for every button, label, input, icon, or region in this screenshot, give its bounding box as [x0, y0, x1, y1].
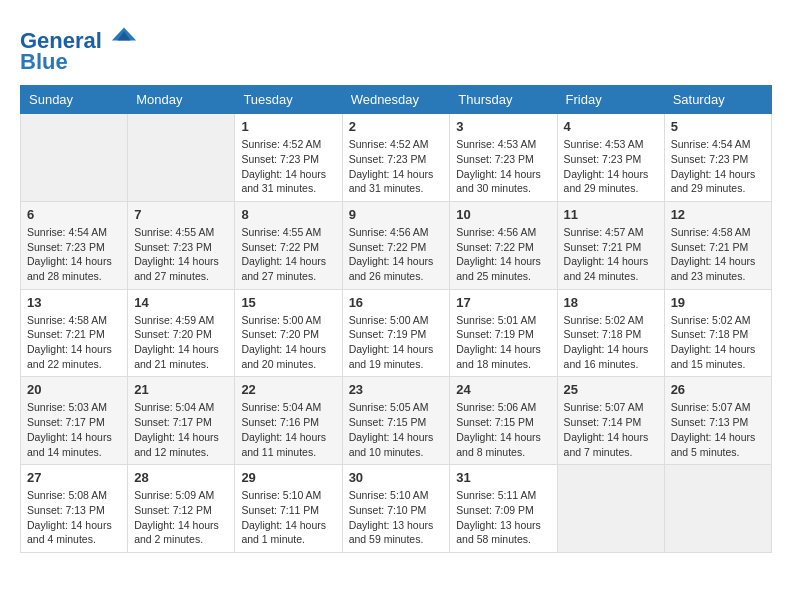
day-info: Sunrise: 5:04 AM Sunset: 7:17 PM Dayligh… [134, 400, 228, 459]
day-info: Sunrise: 4:55 AM Sunset: 7:22 PM Dayligh… [241, 225, 335, 284]
day-number: 7 [134, 207, 228, 222]
day-info: Sunrise: 4:54 AM Sunset: 7:23 PM Dayligh… [27, 225, 121, 284]
calendar-cell: 29Sunrise: 5:10 AM Sunset: 7:11 PM Dayli… [235, 465, 342, 553]
day-info: Sunrise: 4:52 AM Sunset: 7:23 PM Dayligh… [349, 137, 444, 196]
calendar-cell: 18Sunrise: 5:02 AM Sunset: 7:18 PM Dayli… [557, 289, 664, 377]
day-info: Sunrise: 5:00 AM Sunset: 7:20 PM Dayligh… [241, 313, 335, 372]
day-info: Sunrise: 4:53 AM Sunset: 7:23 PM Dayligh… [564, 137, 658, 196]
day-info: Sunrise: 4:59 AM Sunset: 7:20 PM Dayligh… [134, 313, 228, 372]
day-info: Sunrise: 5:07 AM Sunset: 7:13 PM Dayligh… [671, 400, 765, 459]
weekday-header-tuesday: Tuesday [235, 86, 342, 114]
day-info: Sunrise: 4:55 AM Sunset: 7:23 PM Dayligh… [134, 225, 228, 284]
day-info: Sunrise: 4:58 AM Sunset: 7:21 PM Dayligh… [671, 225, 765, 284]
day-number: 3 [456, 119, 550, 134]
calendar-cell [128, 114, 235, 202]
calendar-cell: 15Sunrise: 5:00 AM Sunset: 7:20 PM Dayli… [235, 289, 342, 377]
calendar-week-5: 27Sunrise: 5:08 AM Sunset: 7:13 PM Dayli… [21, 465, 772, 553]
calendar-cell: 3Sunrise: 4:53 AM Sunset: 7:23 PM Daylig… [450, 114, 557, 202]
day-number: 2 [349, 119, 444, 134]
day-number: 26 [671, 382, 765, 397]
calendar-week-1: 1Sunrise: 4:52 AM Sunset: 7:23 PM Daylig… [21, 114, 772, 202]
day-number: 16 [349, 295, 444, 310]
day-number: 9 [349, 207, 444, 222]
calendar-cell [664, 465, 771, 553]
calendar-cell: 25Sunrise: 5:07 AM Sunset: 7:14 PM Dayli… [557, 377, 664, 465]
day-number: 23 [349, 382, 444, 397]
calendar-cell: 28Sunrise: 5:09 AM Sunset: 7:12 PM Dayli… [128, 465, 235, 553]
day-info: Sunrise: 5:02 AM Sunset: 7:18 PM Dayligh… [671, 313, 765, 372]
day-number: 22 [241, 382, 335, 397]
calendar-cell [21, 114, 128, 202]
day-number: 12 [671, 207, 765, 222]
calendar-cell: 26Sunrise: 5:07 AM Sunset: 7:13 PM Dayli… [664, 377, 771, 465]
calendar-week-3: 13Sunrise: 4:58 AM Sunset: 7:21 PM Dayli… [21, 289, 772, 377]
calendar-cell: 14Sunrise: 4:59 AM Sunset: 7:20 PM Dayli… [128, 289, 235, 377]
calendar-cell: 8Sunrise: 4:55 AM Sunset: 7:22 PM Daylig… [235, 201, 342, 289]
calendar-cell: 9Sunrise: 4:56 AM Sunset: 7:22 PM Daylig… [342, 201, 450, 289]
calendar-cell: 21Sunrise: 5:04 AM Sunset: 7:17 PM Dayli… [128, 377, 235, 465]
day-number: 17 [456, 295, 550, 310]
day-number: 11 [564, 207, 658, 222]
day-number: 18 [564, 295, 658, 310]
calendar-body: 1Sunrise: 4:52 AM Sunset: 7:23 PM Daylig… [21, 114, 772, 553]
day-info: Sunrise: 5:00 AM Sunset: 7:19 PM Dayligh… [349, 313, 444, 372]
calendar-cell: 11Sunrise: 4:57 AM Sunset: 7:21 PM Dayli… [557, 201, 664, 289]
day-number: 25 [564, 382, 658, 397]
day-number: 31 [456, 470, 550, 485]
calendar-cell: 17Sunrise: 5:01 AM Sunset: 7:19 PM Dayli… [450, 289, 557, 377]
logo-icon [110, 20, 138, 48]
logo: General Blue [20, 20, 138, 75]
day-info: Sunrise: 5:09 AM Sunset: 7:12 PM Dayligh… [134, 488, 228, 547]
day-number: 21 [134, 382, 228, 397]
calendar-cell: 10Sunrise: 4:56 AM Sunset: 7:22 PM Dayli… [450, 201, 557, 289]
calendar-week-4: 20Sunrise: 5:03 AM Sunset: 7:17 PM Dayli… [21, 377, 772, 465]
page-header: General Blue [20, 20, 772, 75]
day-number: 20 [27, 382, 121, 397]
calendar-cell: 16Sunrise: 5:00 AM Sunset: 7:19 PM Dayli… [342, 289, 450, 377]
day-info: Sunrise: 4:54 AM Sunset: 7:23 PM Dayligh… [671, 137, 765, 196]
day-info: Sunrise: 5:02 AM Sunset: 7:18 PM Dayligh… [564, 313, 658, 372]
calendar-cell: 24Sunrise: 5:06 AM Sunset: 7:15 PM Dayli… [450, 377, 557, 465]
calendar-cell: 22Sunrise: 5:04 AM Sunset: 7:16 PM Dayli… [235, 377, 342, 465]
day-info: Sunrise: 5:01 AM Sunset: 7:19 PM Dayligh… [456, 313, 550, 372]
calendar-cell: 12Sunrise: 4:58 AM Sunset: 7:21 PM Dayli… [664, 201, 771, 289]
weekday-header-friday: Friday [557, 86, 664, 114]
calendar-cell: 19Sunrise: 5:02 AM Sunset: 7:18 PM Dayli… [664, 289, 771, 377]
calendar-cell: 27Sunrise: 5:08 AM Sunset: 7:13 PM Dayli… [21, 465, 128, 553]
day-info: Sunrise: 5:08 AM Sunset: 7:13 PM Dayligh… [27, 488, 121, 547]
day-number: 13 [27, 295, 121, 310]
day-info: Sunrise: 5:06 AM Sunset: 7:15 PM Dayligh… [456, 400, 550, 459]
day-info: Sunrise: 5:03 AM Sunset: 7:17 PM Dayligh… [27, 400, 121, 459]
day-number: 28 [134, 470, 228, 485]
day-info: Sunrise: 4:57 AM Sunset: 7:21 PM Dayligh… [564, 225, 658, 284]
calendar-cell: 5Sunrise: 4:54 AM Sunset: 7:23 PM Daylig… [664, 114, 771, 202]
day-number: 8 [241, 207, 335, 222]
day-info: Sunrise: 4:53 AM Sunset: 7:23 PM Dayligh… [456, 137, 550, 196]
day-number: 14 [134, 295, 228, 310]
day-number: 1 [241, 119, 335, 134]
day-number: 27 [27, 470, 121, 485]
calendar-cell [557, 465, 664, 553]
calendar-cell: 30Sunrise: 5:10 AM Sunset: 7:10 PM Dayli… [342, 465, 450, 553]
calendar-cell: 13Sunrise: 4:58 AM Sunset: 7:21 PM Dayli… [21, 289, 128, 377]
calendar-week-2: 6Sunrise: 4:54 AM Sunset: 7:23 PM Daylig… [21, 201, 772, 289]
day-number: 6 [27, 207, 121, 222]
day-number: 30 [349, 470, 444, 485]
day-info: Sunrise: 5:04 AM Sunset: 7:16 PM Dayligh… [241, 400, 335, 459]
weekday-header-saturday: Saturday [664, 86, 771, 114]
calendar-cell: 1Sunrise: 4:52 AM Sunset: 7:23 PM Daylig… [235, 114, 342, 202]
weekday-header-wednesday: Wednesday [342, 86, 450, 114]
day-number: 10 [456, 207, 550, 222]
day-info: Sunrise: 5:10 AM Sunset: 7:11 PM Dayligh… [241, 488, 335, 547]
calendar-cell: 6Sunrise: 4:54 AM Sunset: 7:23 PM Daylig… [21, 201, 128, 289]
day-number: 29 [241, 470, 335, 485]
day-number: 15 [241, 295, 335, 310]
day-number: 24 [456, 382, 550, 397]
calendar-cell: 20Sunrise: 5:03 AM Sunset: 7:17 PM Dayli… [21, 377, 128, 465]
day-info: Sunrise: 4:52 AM Sunset: 7:23 PM Dayligh… [241, 137, 335, 196]
weekday-header-sunday: Sunday [21, 86, 128, 114]
day-number: 19 [671, 295, 765, 310]
calendar-cell: 31Sunrise: 5:11 AM Sunset: 7:09 PM Dayli… [450, 465, 557, 553]
calendar-cell: 4Sunrise: 4:53 AM Sunset: 7:23 PM Daylig… [557, 114, 664, 202]
day-info: Sunrise: 5:07 AM Sunset: 7:14 PM Dayligh… [564, 400, 658, 459]
